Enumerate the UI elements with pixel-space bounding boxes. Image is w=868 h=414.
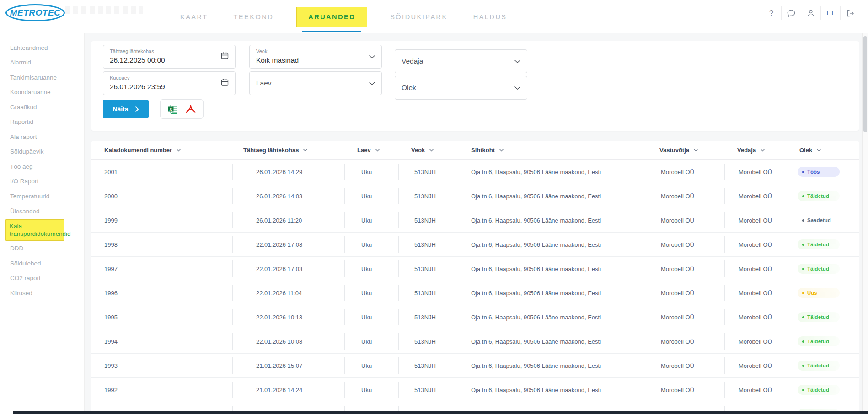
cell-truck: 513NJH: [398, 378, 456, 402]
table-row[interactable]: 1992 21.01.2026 14:24 Uku 513NJH Oja tn …: [91, 378, 859, 402]
calendar-icon[interactable]: [220, 78, 229, 89]
cell-receiver: Morobell OÜ: [647, 305, 724, 329]
column-header[interactable]: Veok: [398, 147, 456, 154]
pdf-export-icon[interactable]: [185, 104, 196, 114]
table-row[interactable]: 1998 22.01.2026 17:08 Uku 513NJH Oja tn …: [91, 233, 859, 257]
cell-receiver: Morobell OÜ: [647, 184, 724, 208]
column-header[interactable]: Laev: [344, 147, 398, 154]
metrotec-logo[interactable]: METROTEC: [5, 4, 65, 21]
sidebar-item[interactable]: I/O Raport: [5, 175, 74, 189]
sidebar-item[interactable]: Tankimisaruanne: [5, 70, 74, 85]
status-dropdown[interactable]: Olek: [395, 76, 527, 100]
sidebar-item[interactable]: Graafikud: [5, 100, 74, 114]
date-from-field[interactable]: Tähtaeg lähtekohas 26.12.2025 00:00: [103, 45, 236, 69]
sidebar-item[interactable]: DDD: [5, 242, 74, 256]
sidebar-item[interactable]: Sõidupäevik: [5, 145, 74, 159]
cell-deadline: 22.01.2026 10:13: [232, 305, 344, 329]
cell-status: Täidetud: [793, 233, 859, 256]
content-area: Tähtaeg lähtekohas 26.12.2025 00:00 Kuup…: [85, 33, 868, 414]
sort-chevron-icon: [760, 149, 765, 152]
help-icon[interactable]: ?: [761, 6, 781, 20]
sidebar-item[interactable]: Temperatuurid: [5, 189, 74, 203]
chat-icon[interactable]: [781, 6, 801, 20]
cell-document-number: 1994: [91, 329, 232, 353]
carrier-dropdown[interactable]: Vedaja: [395, 49, 527, 73]
cell-ship: Uku: [344, 378, 398, 402]
logout-icon[interactable]: [840, 6, 860, 20]
scrollbar-thumb[interactable]: [863, 36, 867, 132]
sort-chevron-icon: [816, 149, 821, 152]
cell-deadline: 26.01.2026 11:20: [232, 208, 344, 232]
vertical-scrollbar[interactable]: [862, 33, 868, 414]
sort-chevron-icon: [375, 149, 380, 152]
table-row[interactable]: 1995 22.01.2026 10:13 Uku 513NJH Oja tn …: [91, 305, 859, 329]
excel-export-icon[interactable]: X: [167, 104, 178, 115]
status-badge: Töös: [798, 167, 840, 177]
show-button[interactable]: Näita: [103, 100, 149, 118]
cell-truck: 513NJH: [398, 354, 456, 377]
nav-tab[interactable]: ARUANDED: [296, 7, 367, 27]
page: METROTEC KAART TEEKOND ARUANDED SÕIDUKIP…: [0, 0, 868, 414]
column-header[interactable]: Kaladokumendi number: [91, 147, 232, 154]
table-row[interactable]: 1997 22.01.2026 17:03 Uku 513NJH Oja tn …: [91, 257, 859, 281]
sidebar-item[interactable]: Lähteandmed: [5, 41, 74, 55]
truck-label: Veok: [256, 48, 267, 54]
nav-tab[interactable]: SÕIDUKIPARK: [387, 7, 450, 27]
cell-status: Täidetud: [793, 184, 859, 208]
truck-dropdown[interactable]: Veok Kõik masinad: [249, 45, 382, 69]
sidebar-item[interactable]: Kala transpordidokumendid: [5, 219, 64, 241]
language-label: ET: [827, 10, 835, 16]
table-row[interactable]: 1996 22.01.2026 11:04 Uku 513NJH Oja tn …: [91, 281, 859, 305]
nav-tab[interactable]: KAART: [177, 7, 211, 27]
sidebar-item[interactable]: Raportid: [5, 115, 74, 129]
table-row[interactable]: 2000 26.01.2026 14:03 Uku 513NJH Oja tn …: [91, 184, 859, 208]
date-to-field[interactable]: Kuupäev 26.01.2026 23:59: [103, 71, 236, 95]
cell-receiver: Morobell OÜ: [647, 354, 724, 377]
cell-receiver: Morobell OÜ: [647, 233, 724, 256]
ship-dropdown[interactable]: Laev: [249, 71, 382, 95]
sidebar-item[interactable]: Alarmid: [5, 56, 74, 70]
column-header[interactable]: Olek: [793, 147, 859, 154]
top-icon-group: ? ET: [761, 0, 860, 26]
cell-status: Töös: [793, 160, 859, 184]
column-header[interactable]: Vedaja: [724, 147, 793, 154]
cell-document-number: 1998: [91, 233, 232, 256]
table-row[interactable]: 1999 26.01.2026 11:20 Uku 513NJH Oja tn …: [91, 208, 859, 233]
nav-tab[interactable]: TEEKOND: [231, 7, 277, 27]
table-row[interactable]: 2001 26.01.2026 14:29 Uku 513NJH Oja tn …: [91, 160, 859, 184]
sidebar-item[interactable]: CO2 raport: [5, 271, 74, 286]
export-box: X: [160, 99, 204, 119]
column-header[interactable]: Vastuvõtja: [647, 147, 724, 154]
table-row[interactable]: 1993 21.01.2026 15:07 Uku 513NJH Oja tn …: [91, 354, 859, 378]
nav-tab[interactable]: HALDUS: [471, 7, 510, 27]
column-header[interactable]: Sihtkoht: [456, 147, 647, 154]
status-dot-icon: [802, 365, 804, 367]
cell-ship: Uku: [344, 257, 398, 281]
status-badge: Saadetud: [798, 215, 840, 225]
cell-receiver: Morobell OÜ: [647, 378, 724, 402]
cell-destination: Oja tn 6, Haapsalu, 90506 Lääne maakond,…: [456, 354, 647, 377]
sidebar-item[interactable]: Koondaruanne: [5, 85, 74, 100]
date-from-label: Tähtaeg lähtekohas: [110, 48, 154, 54]
cell-carrier: Morobell OÜ: [724, 281, 793, 305]
user-icon[interactable]: [801, 6, 820, 20]
table-row[interactable]: 1994 22.01.2026 10:08 Uku 513NJH Oja tn …: [91, 329, 859, 354]
cell-deadline: 26.01.2026 14:29: [232, 160, 344, 184]
status-badge: Täidetud: [798, 385, 840, 395]
chevron-down-icon: [369, 79, 375, 87]
sidebar-item[interactable]: Töö aeg: [5, 159, 74, 174]
calendar-icon[interactable]: [220, 52, 229, 62]
sidebar-item[interactable]: Ala raport: [5, 130, 74, 144]
column-header[interactable]: Tähtaeg lähtekohas: [232, 147, 344, 154]
cell-receiver: Morobell OÜ: [647, 281, 724, 305]
language-selector[interactable]: ET: [820, 6, 840, 20]
cell-status: Uus: [793, 281, 859, 305]
carrier-label: Vedaja: [402, 57, 423, 65]
cell-truck: 513NJH: [398, 208, 456, 232]
sidebar-item[interactable]: Sõidulehed: [5, 256, 74, 271]
sidebar-item[interactable]: Ülesanded: [5, 204, 74, 218]
filter-panel: Tähtaeg lähtekohas 26.12.2025 00:00 Kuup…: [91, 41, 859, 131]
sidebar-item[interactable]: Kiirused: [5, 286, 74, 300]
status-dot-icon: [802, 340, 804, 343]
cell-carrier: Morobell OÜ: [724, 354, 793, 377]
